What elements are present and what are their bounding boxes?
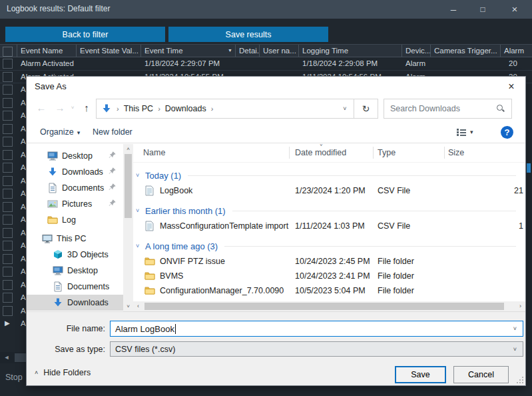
scroll-left-icon[interactable]: ‹	[133, 301, 143, 311]
app-vertical-scrollbar-thumb[interactable]	[527, 163, 531, 173]
sidebar-item-documents[interactable]: Documents	[27, 180, 123, 196]
sidebar-item-this-pc[interactable]: This PC	[27, 231, 123, 247]
file-row-configurationmanager-7-70-0090[interactable]: ConfigurationManager_7.70.009010/5/2023 …	[133, 283, 525, 298]
address-bar[interactable]: › This PC › Downloads › ˅	[96, 99, 354, 119]
file-list-scrollbar-thumb[interactable]	[144, 303, 504, 310]
resize-grip[interactable]	[517, 377, 523, 383]
row-checkbox[interactable]	[3, 176, 13, 186]
close-icon[interactable]: ×	[503, 0, 526, 19]
scroll-right-icon[interactable]: ›	[515, 301, 525, 311]
search-box[interactable]: Search Downloads	[384, 99, 512, 119]
row-checkbox[interactable]	[3, 241, 13, 251]
file-group-earlier-this-month-1[interactable]: ˅Earlier this month (1)	[133, 203, 525, 219]
row-checkbox[interactable]	[3, 111, 13, 121]
close-icon[interactable]: ×	[501, 78, 521, 95]
scroll-left-icon[interactable]: ◄	[1, 353, 12, 363]
column-cameras-triggered[interactable]: Cameras Trigger...	[431, 45, 501, 57]
group-rule	[188, 175, 516, 176]
sidebar-item-label: Documents	[67, 282, 109, 291]
save-button[interactable]: Save	[395, 366, 446, 383]
sidebar-item-documents[interactable]: Documents	[27, 279, 123, 295]
column-event-name[interactable]: Event Name	[17, 45, 77, 57]
sidebar-scrollbar[interactable]: ˄ ˅	[123, 144, 133, 311]
save-results-button[interactable]: Save results	[168, 27, 328, 42]
forward-icon[interactable]: →	[52, 99, 68, 117]
save-as-type-select[interactable]: CSV files (*.csv) ˅	[110, 341, 523, 357]
chevron-down-icon[interactable]: ˅	[513, 346, 517, 353]
stop-button[interactable]: Stop	[5, 373, 23, 382]
column-type[interactable]: Type	[378, 148, 396, 157]
row-checkbox[interactable]	[3, 59, 13, 69]
sidebar-item-pictures[interactable]: Pictures	[27, 196, 123, 212]
sidebar-item-desktop[interactable]: Desktop	[27, 148, 123, 164]
maximize-icon[interactable]: □	[471, 0, 494, 19]
row-checkbox[interactable]	[3, 280, 13, 290]
row-checkbox[interactable]	[3, 189, 13, 199]
scroll-down-icon[interactable]: ˅	[123, 301, 133, 311]
column-event-time[interactable]: Event Time▼	[141, 45, 236, 57]
help-icon[interactable]: ?	[501, 126, 513, 139]
column-date-modified[interactable]: Date modified	[295, 148, 346, 157]
minimize-icon[interactable]: –	[442, 0, 465, 19]
file-name: LogBook	[160, 186, 293, 195]
scroll-up-icon[interactable]: ˄	[123, 144, 133, 154]
file-name-input[interactable]: Alarm LogBook ˅	[110, 321, 523, 337]
sidebar-item-downloads[interactable]: Downloads	[27, 164, 123, 180]
table-row[interactable]: Alarm Activated1/18/2024 2:29:07 PM1/18/…	[0, 57, 532, 71]
file-row-massconfigurationtemplate-import[interactable]: MassConfigurationTemplate import1/11/202…	[133, 219, 525, 233]
row-checkbox[interactable]	[3, 293, 13, 303]
file-row-bvms[interactable]: BVMS10/24/2023 2:41 PMFile folder	[133, 269, 525, 283]
history-chevron-down-icon[interactable]: ˅	[68, 99, 77, 117]
row-checkbox[interactable]	[3, 215, 13, 225]
breadcrumb-this-pc[interactable]: This PC	[124, 104, 153, 113]
column-details[interactable]: Detai...	[236, 45, 260, 57]
column-logging-time[interactable]: Logging Time	[299, 45, 402, 57]
sidebar-item-label: Pictures	[62, 199, 92, 209]
file-group-a-long-time-ago-3[interactable]: ˅A long time ago (3)	[133, 238, 525, 254]
up-icon[interactable]: ↑	[79, 99, 95, 117]
breadcrumb-downloads[interactable]: Downloads	[165, 104, 206, 113]
cancel-button[interactable]: Cancel	[453, 366, 509, 383]
file-row-onvif-ptz-issue[interactable]: ONVIF PTZ issue10/24/2023 2:45 PMFile fo…	[133, 254, 525, 269]
row-checkbox[interactable]	[3, 254, 13, 264]
column-alarm[interactable]: Alarm	[501, 45, 532, 57]
sidebar-item-log[interactable]: Log	[27, 212, 123, 228]
sidebar-scrollbar-thumb[interactable]	[125, 154, 132, 218]
file-type: File folder	[378, 257, 414, 266]
row-checkbox[interactable]	[3, 228, 13, 238]
sidebar-item-3d-objects[interactable]: 3D Objects	[27, 247, 123, 263]
row-checkbox[interactable]	[3, 72, 13, 82]
file-list-horizontal-scrollbar[interactable]: ‹ ›	[133, 301, 525, 311]
column-device[interactable]: Devic...	[402, 45, 431, 57]
organize-button[interactable]: Organize▾	[40, 127, 80, 137]
change-view-button[interactable]: ▾	[457, 128, 473, 136]
column-size[interactable]: Size	[448, 148, 464, 157]
file-date-modified: 1/11/2024 1:03 PM	[295, 221, 365, 231]
row-checkbox[interactable]	[3, 124, 13, 134]
row-checkbox[interactable]	[3, 150, 13, 160]
row-checkbox[interactable]	[3, 306, 13, 316]
row-checkbox[interactable]	[3, 163, 13, 173]
row-checkbox[interactable]	[3, 137, 13, 147]
row-checkbox[interactable]	[3, 202, 13, 212]
file-row-logbook[interactable]: LogBook1/23/2024 1:20 PMCSV File21	[133, 183, 525, 198]
column-name[interactable]: Name	[143, 148, 165, 157]
row-checkbox[interactable]	[3, 98, 13, 108]
row-checkbox[interactable]	[3, 85, 13, 95]
new-folder-button[interactable]: New folder	[93, 127, 133, 137]
column-user-name[interactable]: User na...	[260, 45, 299, 57]
back-icon[interactable]: ←	[33, 99, 49, 117]
sidebar-item-desktop[interactable]: Desktop	[27, 263, 123, 279]
sidebar-item-downloads[interactable]: Downloads	[27, 295, 123, 311]
row-checkbox[interactable]	[3, 267, 13, 277]
sidebar-item-label: Documents	[62, 183, 104, 193]
address-dropdown-chevron-icon[interactable]: ˅	[336, 105, 354, 112]
sidebar-item-label: 3D Objects	[67, 250, 109, 259]
column-event-state[interactable]: Event State Val...	[77, 45, 141, 57]
file-group-today-1[interactable]: ˅Today (1)	[133, 167, 525, 183]
chevron-down-icon[interactable]: ˅	[513, 325, 517, 332]
back-to-filter-button[interactable]: Back to filter	[5, 27, 165, 42]
hide-folders-button[interactable]: ˄ Hide Folders	[35, 368, 91, 377]
refresh-icon[interactable]: ↻	[354, 99, 378, 119]
select-all-checkbox[interactable]	[0, 45, 17, 57]
